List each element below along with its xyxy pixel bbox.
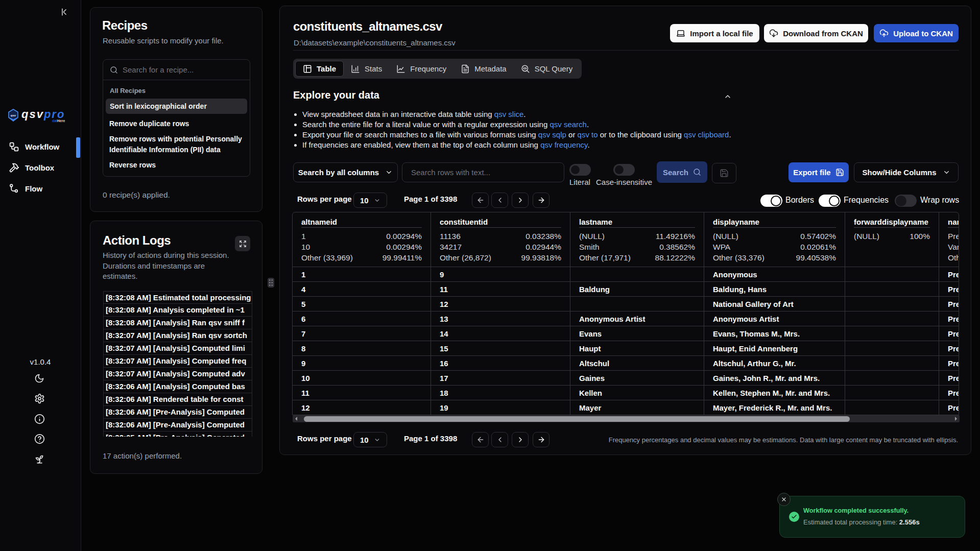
svg-text:qsv: qsv bbox=[11, 114, 16, 117]
